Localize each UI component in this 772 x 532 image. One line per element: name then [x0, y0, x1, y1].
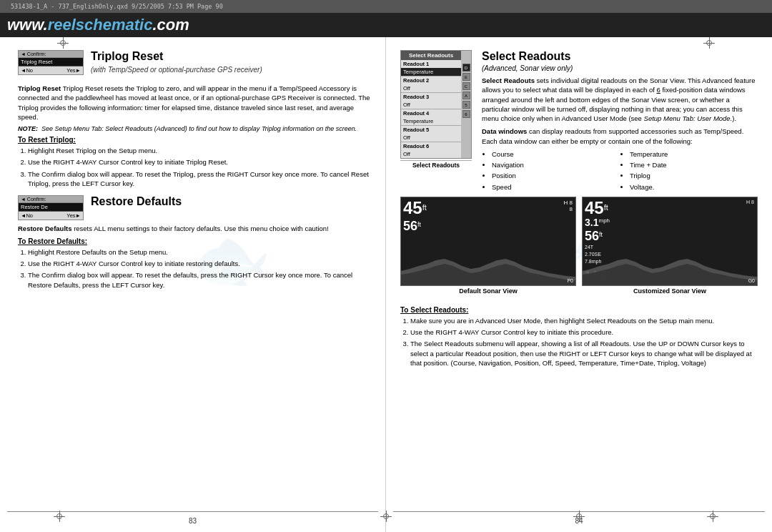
crosshair-bm — [573, 511, 585, 522]
default-sonar-label: Default Sonar View — [459, 287, 517, 295]
page-content: 🐟 ◄ Confirm: Triplog Reset ◄No Yes► Trip… — [0, 37, 772, 532]
menu-readout-5: Readout 5 Off — [401, 126, 461, 142]
default-sonar-display: 45ft 56ft H 8 8 P0 — [400, 197, 576, 286]
left-page-number: 83 — [189, 517, 197, 525]
menu-confirm-row: ◄ Confirm: — [19, 51, 83, 58]
restore-step-1: Highlight Restore Defaults on the Setup … — [28, 247, 371, 257]
default-terrain-svg — [401, 239, 575, 285]
default-sup: ft — [422, 203, 427, 212]
sonar-images-row: 45ft 56ft H 8 8 P0 — [400, 197, 758, 295]
logo-site: reelschematic — [48, 16, 153, 34]
restore-defaults-title-area: Restore Defaults — [91, 195, 182, 211]
custom-sonar-display: 45ft 3.1mph 56ft H 8 — [582, 197, 758, 286]
indicator-c: C — [462, 82, 470, 90]
indicator-d: D — [462, 64, 470, 72]
triplog-body-text: Triplog Reset resets the Triplog to zero… — [18, 84, 370, 121]
to-restore-title: To Restore Defaults: — [18, 237, 371, 245]
bullet-navigation: Navigation — [492, 159, 620, 170]
restore-yesno-row: ◄No Yes► — [19, 212, 83, 220]
indicator-a: A — [462, 92, 470, 99]
bullet-triplog: Triplog — [630, 170, 758, 181]
triplog-step-3: The Confirm dialog box will appear. To r… — [28, 169, 371, 189]
default-sonar-wrapper: 45ft 56ft H 8 8 P0 — [400, 197, 576, 295]
to-select-title: To Select Readouts: — [400, 306, 758, 314]
default-depth-top: 45ft — [403, 199, 427, 217]
select-step-3: The Select Readouts submenu will appear,… — [410, 339, 758, 368]
right-page: 🐟 Select Readouts Readout 1 Temperature — [386, 37, 772, 532]
menu-readout-1: Readout 1 Temperature — [401, 60, 461, 77]
triplog-bold: Triplog Reset — [18, 84, 61, 92]
side-indicators: D E C A 5 6 — [461, 51, 471, 158]
indicator-6: 6 — [462, 110, 470, 118]
custom-bottom-right: G0 — [748, 278, 755, 283]
logo-text: www.reelschematic.com — [7, 16, 189, 34]
select-step-2: Use the RIGHT 4-WAY Cursor Control key t… — [410, 327, 758, 337]
customized-sonar-label: Customized Sonar View — [633, 287, 706, 295]
indicator-e: E — [462, 73, 470, 81]
select-readouts-body1: Select Readouts sets individual digital … — [482, 76, 758, 123]
menu-readout-6: Readout 6 Off — [401, 142, 461, 158]
custom-speed: 3.1mph — [585, 217, 610, 228]
restore-menu-image: ◄ Confirm: Restore De ◄No Yes► — [18, 195, 84, 220]
default-bottom-right: P0 — [567, 278, 573, 283]
triplog-reset-subtitle: (with Temp/Speed or optional-purchase GP… — [91, 66, 262, 74]
restore-defaults-section: ◄ Confirm: Restore De ◄No Yes► Restore D… — [18, 195, 371, 220]
bullet-timedate: Time + Date — [630, 159, 758, 170]
crosshair-bl — [54, 511, 65, 522]
restore-row1: Restore De — [19, 203, 83, 212]
triplog-reset-title: Triplog Reset — [91, 50, 262, 63]
triplog-reset-title-area: Triplog Reset (with Temp/Speed or option… — [91, 50, 262, 78]
restore-confirm-row: ◄ Confirm: — [19, 196, 83, 203]
default-small-num: 56 — [403, 219, 417, 233]
default-big-num: 45 — [403, 198, 422, 217]
triplog-reset-section: ◄ Confirm: Triplog Reset ◄No Yes► Triplo… — [18, 50, 371, 78]
custom-right-reading: H 8 — [746, 200, 754, 205]
crosshair-bottom-center — [380, 511, 392, 522]
to-reset-title: To Reset Triplog: — [18, 136, 371, 144]
select-steps: Make sure you are in Advanced User Mode,… — [400, 316, 758, 368]
select-readouts-title: Select Readouts — [482, 50, 758, 63]
select-readouts-menu-area: Select Readouts Readout 1 Temperature Re… — [400, 50, 472, 192]
select-readouts-top: Select Readouts Readout 1 Temperature Re… — [400, 50, 758, 192]
menu-readout-4: Readout 4 Temperature — [401, 109, 461, 126]
restore-steps: Highlight Restore Defaults on the Setup … — [18, 247, 371, 290]
select-step-1: Make sure you are in Advanced User Mode,… — [410, 316, 758, 325]
triplog-step-2: Use the RIGHT 4-WAY Cursor Control key t… — [28, 157, 371, 167]
to-select-readouts-section: To Select Readouts: Make sure you are in… — [400, 306, 758, 368]
bullets-right: Temperature Time + Date Triplog Voltage. — [620, 149, 758, 192]
site-logo-bar: www.reelschematic.com — [0, 13, 772, 37]
menu-readout-2: Readout 2 Off — [401, 77, 461, 93]
crosshair-br — [707, 511, 718, 522]
menu-header: Select Readouts — [401, 51, 461, 60]
bullet-lists: Course Navigation Position Speed Tempera… — [482, 149, 758, 192]
restore-step-3: The Confirm dialog box will appear. To r… — [28, 270, 371, 290]
triplog-body: Triplog Reset Triplog Reset resets the T… — [18, 84, 371, 188]
custom-depth-top: 45ft — [585, 199, 608, 217]
bullet-course: Course — [492, 149, 620, 159]
default-right-reading: H 8 8 — [564, 200, 573, 212]
select-readouts-subtitle: (Advanced, Sonar view only) — [482, 64, 758, 72]
custom-big-num: 45 — [585, 198, 604, 217]
indicator-5: 5 — [462, 101, 470, 109]
triplog-steps: Highlight Reset Triplog on the Setup men… — [18, 146, 371, 188]
logo-tld: .com — [152, 16, 189, 34]
restore-defaults-title: Restore Defaults — [91, 195, 182, 208]
restore-body: Restore Defaults resets ALL menu setting… — [18, 224, 371, 289]
custom-terrain-svg — [583, 239, 757, 285]
bullet-voltage: Voltage. — [630, 182, 758, 192]
restore-body-text: resets ALL menu settings to their factor… — [74, 225, 329, 232]
bullet-temperature: Temperature — [630, 149, 758, 159]
custom-sonar-wrapper: 45ft 3.1mph 56ft H 8 — [582, 197, 758, 295]
bullet-speed: Speed — [492, 182, 620, 192]
left-page: 🐟 ◄ Confirm: Triplog Reset ◄No Yes► Trip… — [0, 37, 386, 532]
menu-footer: Select Readouts — [400, 160, 472, 169]
menu-readout-3: Readout 3 Off — [401, 93, 461, 109]
file-info-bar: 531438-1_A - 737_EnglishOnly.qxd 9/25/20… — [0, 0, 772, 13]
file-info-text: 531438-1_A - 737_EnglishOnly.qxd 9/25/20… — [11, 3, 223, 10]
select-readouts-menu: Select Readouts Readout 1 Temperature Re… — [400, 50, 472, 159]
triplog-menu-image: ◄ Confirm: Triplog Reset ◄No Yes► — [18, 50, 84, 75]
menu-main-col: Select Readouts Readout 1 Temperature Re… — [401, 51, 461, 158]
triplog-step-1: Highlight Reset Triplog on the Setup men… — [28, 146, 371, 155]
bullets-left: Course Navigation Position Speed — [482, 149, 620, 192]
default-depth-bottom-left: 56ft — [403, 219, 421, 234]
